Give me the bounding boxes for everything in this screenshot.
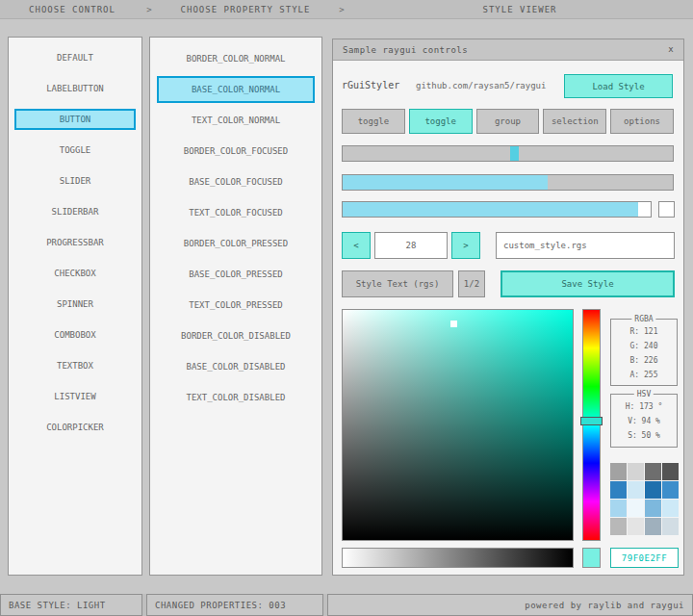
control-item-default[interactable]: DEFAULT	[14, 47, 136, 68]
property-item-border_color_normal[interactable]: BORDER_COLOR_NORMAL	[157, 45, 315, 72]
slider-handle[interactable]	[510, 146, 519, 161]
style-color-palette	[610, 463, 679, 535]
palette-cell-9	[628, 500, 644, 517]
toggle-button-group-2[interactable]: group	[476, 109, 540, 134]
hsv-group-title: HSV	[634, 390, 654, 398]
palette-cell-14	[645, 518, 661, 535]
color-picker-cursor[interactable]	[450, 321, 457, 327]
rgba-row-0: R: 121	[611, 324, 677, 339]
status-bar: BASE STYLE: LIGHT CHANGED PROPERTIES: 00…	[0, 594, 693, 616]
hex-value-field[interactable]: 79F0E2FF	[610, 548, 679, 568]
rgba-row-2: B: 226	[611, 353, 677, 368]
chevron-right-icon: >	[337, 5, 346, 14]
spinner-decrement-button[interactable]: <	[342, 232, 371, 259]
properties-list: BORDER_COLOR_NORMALBASE_COLOR_NORMALTEXT…	[149, 37, 322, 576]
rgba-rows: R: 121G: 240B: 226A: 255	[611, 320, 677, 382]
control-item-checkbox[interactable]: CHECKBOX	[14, 263, 136, 284]
property-item-border_color_disabled[interactable]: BORDER_COLOR_DISABLED	[157, 322, 315, 349]
palette-cell-0	[610, 463, 627, 480]
property-item-text_color_pressed[interactable]: TEXT_COLOR_PRESSED	[157, 292, 315, 319]
slider[interactable]	[342, 145, 674, 162]
control-item-textbox[interactable]: TEXTBOX	[14, 355, 136, 376]
toggle-group: toggletogglegroupselectionoptions	[342, 109, 674, 134]
top-breadcrumb-bar: CHOOSE CONTROL > CHOOSE PROPERTY STYLE >…	[0, 0, 693, 19]
window-title: Sample raygui controls	[333, 45, 468, 55]
toggle-button-toggle-0[interactable]: toggle	[342, 109, 405, 134]
palette-cell-13	[628, 518, 644, 535]
toggle-button-selection-3[interactable]: selection	[543, 109, 606, 134]
property-item-base_color_focused[interactable]: BASE_COLOR_FOCUSED	[157, 168, 315, 195]
save-style-button[interactable]: Save Style	[500, 270, 675, 297]
hsv-row-2: S: 50 %	[611, 428, 677, 443]
rgba-group-title: RGBA	[631, 315, 655, 323]
hue-bar[interactable]	[582, 309, 601, 541]
rgba-group: RGBA R: 121G: 240B: 226A: 255	[610, 319, 678, 386]
control-item-combobox[interactable]: COMBOBOX	[14, 324, 136, 346]
spinner-increment-button[interactable]: >	[451, 232, 480, 259]
control-item-sliderbar[interactable]: SLIDERBAR	[14, 201, 136, 222]
slider-bar[interactable]	[342, 201, 652, 218]
style-text-button[interactable]: Style Text (rgs)	[342, 270, 453, 297]
progress-bar	[342, 174, 674, 191]
page-toggle-button[interactable]: 1/2	[458, 270, 485, 297]
hsv-row-0: H: 173 °	[611, 399, 677, 414]
property-item-base_color_normal[interactable]: BASE_COLOR_NORMAL	[157, 76, 315, 103]
rguistyler-app: CHOOSE CONTROL > CHOOSE PROPERTY STYLE >…	[0, 0, 693, 616]
palette-cell-3	[662, 463, 679, 480]
repo-link[interactable]: github.com/raysan5/raygui	[416, 81, 546, 90]
control-item-labelbutton[interactable]: LABELBUTTON	[14, 78, 136, 99]
spinner-value[interactable]: 28	[374, 232, 448, 259]
hue-handle[interactable]	[580, 417, 603, 425]
chevron-right-icon: >	[144, 5, 154, 14]
control-item-button[interactable]: BUTTON	[14, 109, 136, 130]
control-item-slider[interactable]: SLIDER	[14, 170, 136, 192]
controls-list: DEFAULTLABELBUTTONBUTTONTOGGLESLIDERSLID…	[8, 37, 142, 576]
property-item-base_color_disabled[interactable]: BASE_COLOR_DISABLED	[157, 353, 315, 380]
palette-cell-6	[645, 481, 661, 499]
palette-cell-2	[645, 463, 661, 480]
checkbox[interactable]	[658, 201, 675, 218]
status-changed-properties: CHANGED PROPERTIES: 003	[146, 594, 323, 616]
value-gradient-bar[interactable]	[342, 548, 574, 568]
slider-bar-fill	[343, 202, 638, 217]
header-style-viewer: STYLE VIEWER	[346, 5, 693, 14]
palette-cell-4	[610, 481, 627, 499]
toggle-button-options-4[interactable]: options	[610, 109, 674, 134]
close-icon[interactable]: x	[663, 39, 679, 61]
header-choose-control: CHOOSE CONTROL	[0, 5, 144, 14]
palette-cell-5	[628, 481, 644, 499]
toggle-button-toggle-1[interactable]: toggle	[409, 109, 473, 134]
progress-fill	[343, 175, 548, 190]
control-item-spinner[interactable]: SPINNER	[14, 294, 136, 315]
status-base-style: BASE STYLE: LIGHT	[0, 594, 142, 616]
palette-cell-15	[662, 518, 679, 535]
property-item-border_color_focused[interactable]: BORDER_COLOR_FOCUSED	[157, 138, 315, 165]
color-picker-area[interactable]	[342, 309, 574, 541]
palette-cell-7	[662, 481, 679, 499]
app-name-label: rGuiStyler	[342, 80, 399, 90]
property-item-base_color_pressed[interactable]: BASE_COLOR_PRESSED	[157, 261, 315, 288]
rgba-row-3: A: 255	[611, 368, 677, 382]
control-item-toggle[interactable]: TOGGLE	[14, 140, 136, 161]
palette-cell-12	[610, 518, 627, 535]
header-choose-property-style: CHOOSE PROPERTY STYLE	[154, 5, 337, 14]
palette-cell-8	[610, 500, 627, 517]
property-item-text_color_disabled[interactable]: TEXT_COLOR_DISABLED	[157, 384, 315, 411]
hsv-group: HSV H: 173 °V: 94 %S: 50 %	[610, 394, 678, 448]
filename-input[interactable]	[496, 232, 675, 259]
property-item-text_color_normal[interactable]: TEXT_COLOR_NORMAL	[157, 107, 315, 134]
window-body: rGuiStyler github.com/raysan5/raygui Loa…	[333, 61, 683, 575]
hsv-row-1: V: 94 %	[611, 414, 677, 428]
control-item-progressbar[interactable]: PROGRESSBAR	[14, 232, 136, 253]
window-titlebar[interactable]: Sample raygui controls x	[333, 39, 683, 61]
sample-controls-window: Sample raygui controls x rGuiStyler gith…	[332, 38, 684, 576]
control-item-colorpicker[interactable]: COLORPICKER	[14, 417, 136, 438]
control-item-listview[interactable]: LISTVIEW	[14, 386, 136, 407]
property-item-border_color_pressed[interactable]: BORDER_COLOR_PRESSED	[157, 230, 315, 257]
palette-cell-11	[662, 500, 679, 517]
palette-cell-10	[645, 500, 661, 517]
load-style-button[interactable]: Load Style	[564, 74, 673, 98]
hsv-rows: H: 173 °V: 94 %S: 50 %	[611, 395, 677, 443]
property-item-text_color_focused[interactable]: TEXT_COLOR_FOCUSED	[157, 199, 315, 226]
palette-cell-1	[628, 463, 644, 480]
